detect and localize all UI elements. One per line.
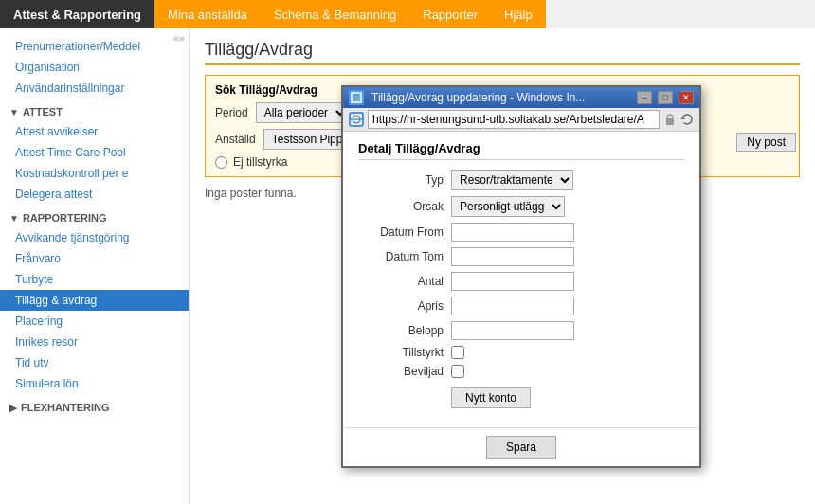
menu-item-rapporter[interactable]: Rapporter: [409, 0, 491, 28]
modal-content-wrapper: Detalj Tillägg/Avdrag Typ Resor/traktame…: [343, 132, 699, 466]
sidebar-item-simulera-lon[interactable]: Simulera lön: [0, 373, 189, 394]
svg-rect-1: [353, 96, 360, 101]
sidebar-section-flexhantering: ▶FLEXHANTERING: [0, 398, 189, 417]
modal-datum-from-label: Datum From: [358, 225, 444, 239]
modal-beviljad-checkbox[interactable]: [451, 365, 464, 378]
sidebar-item-attest-avvikelser[interactable]: Attest avvikelser: [0, 121, 189, 142]
sidebar-item-prenumerationer[interactable]: Prenumerationer/Meddel: [0, 36, 189, 57]
modal-typ-row: Typ Resor/traktamente: [358, 170, 684, 190]
sidebar-item-inrikes-resor[interactable]: Inrikes resor: [0, 332, 189, 352]
main-content: Tillägg/Avdrag Sök Tillägg/Avdrag Period…: [190, 28, 815, 504]
modal-datum-tom-row: Datum Tom: [358, 247, 684, 266]
sidebar-item-kostnadskontroll[interactable]: Kostnadskontroll per e: [0, 163, 189, 184]
sidebar-item-franvaro[interactable]: Frånvaro: [0, 248, 189, 269]
modal-orsak-select[interactable]: Personligt utlägg: [451, 196, 565, 217]
modal-antal-label: Antal: [358, 275, 444, 288]
modal-tillstyrkt-label: Tillstyrkt: [358, 346, 444, 359]
modal-address-bar: [343, 108, 699, 132]
modal-titlebar: Tillägg/Avdrag uppdatering - Windows In.…: [343, 87, 699, 108]
modal-belopp-input[interactable]: [451, 321, 574, 340]
sidebar-item-tid-utv[interactable]: Tid utv: [0, 352, 189, 373]
modal-body: Detalj Tillägg/Avdrag Typ Resor/traktame…: [343, 132, 699, 423]
modal-typ-label: Typ: [358, 173, 444, 187]
modal-orsak-label: Orsak: [358, 200, 444, 213]
modal-antal-row: Antal: [358, 272, 684, 291]
sidebar-item-tillagg-avdrag[interactable]: Tillägg & avdrag: [0, 290, 189, 311]
modal-datum-from-row: Datum From: [358, 223, 684, 242]
modal-titlebar-title: Tillägg/Avdrag uppdatering - Windows In.…: [371, 91, 631, 104]
sidebar-collapse-button[interactable]: «»: [173, 32, 185, 44]
menu-item-hjalp[interactable]: Hjälp: [491, 0, 546, 28]
sidebar-item-delegera-attest[interactable]: Delegera attest: [0, 184, 189, 205]
sidebar-section-attest: ▼ATTEST: [0, 102, 189, 121]
modal-datum-tom-label: Datum Tom: [358, 250, 444, 263]
sidebar-section-rapportering: ▼RAPPORTERING: [0, 208, 189, 227]
modal-nytt-konto-button[interactable]: Nytt konto: [451, 387, 531, 408]
sidebar-section-arrow-3: ▶: [9, 403, 17, 413]
modal-window: Tillägg/Avdrag uppdatering - Windows In.…: [341, 85, 701, 468]
modal-orsak-row: Orsak Personligt utlägg: [358, 196, 684, 217]
main-layout: «» Prenumerationer/Meddel Organisation A…: [0, 28, 815, 504]
modal-belopp-row: Belopp: [358, 321, 684, 340]
modal-tillstyrkt-checkbox[interactable]: [451, 346, 464, 359]
modal-apris-input[interactable]: [451, 297, 574, 315]
top-menu: Mina anställda Schema & Bemanning Rappor…: [154, 0, 546, 28]
sidebar-section-arrow: ▼: [9, 107, 19, 117]
sidebar: «» Prenumerationer/Meddel Organisation A…: [0, 28, 190, 504]
top-navigation: Attest & Rapportering Mina anställda Sch…: [0, 0, 815, 28]
modal-apris-label: Apris: [358, 299, 444, 313]
modal-address-input[interactable]: [368, 110, 660, 129]
sidebar-item-anvandainstallningar[interactable]: Användarinställningar: [0, 78, 189, 99]
ej-tillstyrka-radio[interactable]: [215, 156, 227, 169]
sidebar-item-placering[interactable]: Placering: [0, 311, 189, 332]
sidebar-item-organisation[interactable]: Organisation: [0, 57, 189, 78]
modal-apris-row: Apris: [358, 297, 684, 315]
menu-item-mina-anstallda[interactable]: Mina anställda: [154, 0, 261, 28]
brand-logo: Attest & Rapportering: [0, 0, 154, 28]
page-title: Tillägg/Avdrag: [205, 40, 800, 65]
modal-maximize-button[interactable]: □: [658, 91, 673, 104]
svg-rect-5: [666, 118, 674, 125]
modal-beviljad-label: Beviljad: [358, 365, 444, 378]
modal-spara-button[interactable]: Spara: [486, 436, 556, 459]
modal-datum-from-input[interactable]: [451, 223, 574, 242]
modal-section-title: Detalj Tillägg/Avdrag: [358, 141, 684, 160]
modal-antal-input[interactable]: [451, 272, 574, 291]
menu-item-schema-bemanning[interactable]: Schema & Bemanning: [261, 0, 409, 28]
modal-close-button[interactable]: ✕: [679, 91, 694, 104]
modal-footer: Spara: [343, 427, 699, 466]
modal-beviljad-row: Beviljad: [358, 365, 684, 378]
ej-tillstyrka-label: Ej tillstyrka: [233, 155, 287, 169]
modal-nytt-konto-row: Nytt konto: [358, 384, 684, 408]
modal-datum-tom-input[interactable]: [451, 247, 574, 266]
sidebar-item-turbyte[interactable]: Turbyte: [0, 269, 189, 290]
modal-typ-select[interactable]: Resor/traktamente: [451, 170, 573, 190]
modal-titlebar-icon: [349, 90, 364, 105]
sidebar-item-attest-time-care-pool[interactable]: Attest Time Care Pool: [0, 142, 189, 163]
modal-belopp-label: Belopp: [358, 324, 444, 337]
anstald-label: Anställd: [215, 133, 256, 146]
period-label: Period: [215, 106, 248, 119]
ny-post-button[interactable]: Ny post: [736, 133, 796, 152]
modal-minimize-button[interactable]: –: [637, 91, 652, 104]
modal-tillstyrkt-row: Tillstyrkt: [358, 346, 684, 359]
browser-icon: [349, 112, 364, 127]
sidebar-item-avvikande[interactable]: Avvikande tjänstgöring: [0, 227, 189, 248]
period-select[interactable]: Alla perioder: [256, 102, 349, 123]
refresh-icon: [680, 113, 694, 126]
sidebar-section-arrow-2: ▼: [9, 213, 19, 224]
lock-icon: [663, 113, 677, 126]
